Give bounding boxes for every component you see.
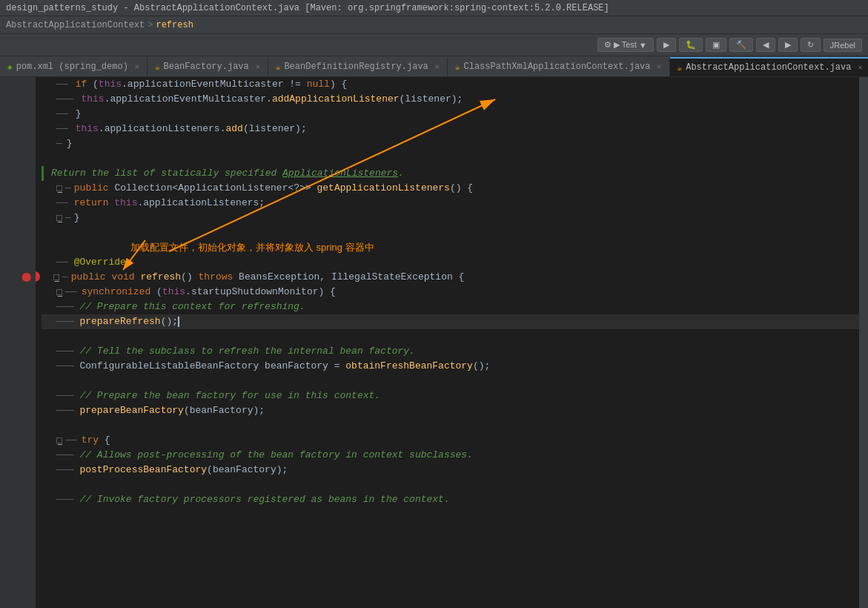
java-icon-2: ☕ (276, 62, 281, 72)
fold-box[interactable]: − (56, 185, 62, 191)
code-line: — } (42, 136, 859, 151)
fold-box[interactable]: − (56, 437, 62, 443)
tab-abstract[interactable]: ☕ AbstractApplicationContext.java ✕ (670, 57, 868, 76)
tab-classpathxml[interactable]: ☕ ClassPathXmlApplicationContext.java ✕ (448, 57, 670, 76)
run-button[interactable]: ⚙ ▶ Test ▼ (597, 38, 654, 52)
code-editor[interactable]: —— if ( this .applicationEventMulticaste… (36, 77, 859, 608)
line-num (0, 77, 31, 92)
main-code-area: ⬤ (0, 77, 868, 608)
tab-classpathxml-label: ClassPathXmlApplicationContext.java (463, 62, 650, 72)
debug-button[interactable]: 🐛 (679, 38, 703, 52)
code-line: ——— this .applicationEventMulticaster. a… (42, 92, 859, 107)
tab-pom-close[interactable]: ✕ (135, 62, 139, 71)
debug-icon: 🐛 (686, 40, 696, 50)
line-num (0, 151, 31, 166)
tab-pom[interactable]: ◈ pom.xml (spring_demo) ✕ (0, 57, 148, 76)
play-button[interactable]: ▶ (657, 38, 676, 52)
build-button[interactable]: 🔨 (729, 38, 753, 52)
code-line: − — public Collection<ApplicationListene… (42, 181, 859, 196)
back-button[interactable]: ◀ (756, 38, 775, 52)
tabs-bar: ◈ pom.xml (spring_demo) ✕ ☕ BeanFactory.… (0, 56, 868, 77)
line-num (0, 107, 31, 122)
fold-box[interactable]: − (53, 274, 59, 280)
coverage-icon: ▣ (712, 40, 720, 50)
tab-beandefinition[interactable]: ☕ BeanDefinitionRegistry.java ✕ (268, 57, 448, 76)
forward-icon: ▶ (785, 40, 791, 50)
line-num (0, 359, 31, 374)
code-line-empty (42, 225, 859, 240)
forward-button[interactable]: ▶ (778, 38, 798, 52)
xml-icon: ◈ (7, 62, 13, 72)
cn-comment-text: 加载配置文件，初始化对象，并将对象放入 spring 容器中 (130, 240, 374, 255)
line-num (0, 492, 31, 507)
code-line: ——— // Tell the subclass to refresh the … (42, 344, 859, 359)
tab-beandefinition-close[interactable]: ✕ (435, 62, 440, 71)
line-num (0, 225, 31, 240)
run-label: ▶ Test (614, 40, 637, 50)
line-num (0, 136, 31, 151)
tab-beandefinition-label: BeanDefinitionRegistry.java (284, 62, 428, 72)
line-num-breakpoint: ⬤ (0, 270, 31, 285)
breadcrumb-bar: AbstractApplicationContext > refresh (0, 16, 868, 34)
jrebel-label: JRebel (830, 41, 855, 50)
fold-box[interactable]: − (56, 289, 62, 295)
code-line-empty (42, 329, 859, 344)
title-bar: design_patterns_study - AbstractApplicat… (0, 0, 868, 16)
line-num (0, 166, 31, 181)
tab-beanfactory-label: BeanFactory.java (164, 62, 249, 72)
code-line: ——— // Prepare this context for refreshi… (42, 300, 859, 314)
code-line: ——— // Allows post-processing of the bea… (42, 448, 859, 463)
coverage-button[interactable]: ▣ (706, 38, 726, 52)
breakpoint-indicator (36, 271, 40, 282)
line-num (0, 92, 31, 107)
code-line: ——— // Invoke factory processors registe… (42, 492, 859, 507)
title-text: design_patterns_study - AbstractApplicat… (6, 3, 609, 13)
line-num (0, 211, 31, 225)
code-line: ——— postProcessBeanFactory (beanFactory)… (42, 463, 859, 478)
reload-icon: ↻ (807, 40, 814, 50)
line-num (0, 240, 31, 255)
tab-abstract-close[interactable]: ✕ (858, 63, 862, 72)
line-num (0, 418, 31, 433)
breadcrumb-separator: > (148, 20, 153, 30)
back-icon: ◀ (763, 40, 769, 50)
jrebel-button[interactable]: JRebel (824, 39, 862, 52)
line-num (0, 389, 31, 403)
code-line: − —— try { (42, 433, 859, 448)
tab-abstract-label: AbstractApplicationContext.java (686, 62, 851, 73)
code-line-cn-comment: 加载配置文件，初始化对象，并将对象放入 spring 容器中 (42, 240, 859, 255)
line-num (0, 463, 31, 478)
line-num (0, 181, 31, 196)
tab-pom-label: pom.xml (spring_demo) (16, 62, 128, 72)
code-line: ——— prepareBeanFactory (beanFactory); (42, 403, 859, 418)
dropdown-arrow-icon: ▼ (639, 41, 647, 50)
code-line: ——— // Prepare the bean factory for use … (42, 389, 859, 403)
code-line-cursor: ——— prepareRefresh (); (42, 314, 859, 329)
code-line-empty (42, 418, 859, 433)
reload-button[interactable]: ↻ (801, 38, 821, 52)
tab-beanfactory-close[interactable]: ✕ (256, 62, 260, 71)
code-line: ——— ConfigurableListableBeanFactory bean… (42, 359, 859, 374)
tab-classpathxml-close[interactable]: ✕ (657, 62, 662, 71)
code-line: —— } (42, 107, 859, 122)
code-line: —— this .applicationListeners. add (list… (42, 122, 859, 136)
line-num (0, 448, 31, 463)
line-number-gutter: ⬤ (0, 77, 36, 608)
code-line: − —— synchronized ( this .startupShutdow… (42, 285, 859, 300)
code-line: − — } (42, 211, 859, 225)
line-num (0, 374, 31, 389)
code-line-empty (42, 374, 859, 389)
line-num (0, 285, 31, 300)
code-line-refresh: − — public void refresh () throws BeansE… (42, 270, 859, 285)
tab-beanfactory[interactable]: ☕ BeanFactory.java ✕ (148, 57, 268, 76)
line-num (0, 122, 31, 136)
line-num (0, 255, 31, 270)
line-num (0, 329, 31, 344)
play-icon: ▶ (663, 40, 669, 50)
code-line-empty (42, 151, 859, 166)
fold-box[interactable]: − (56, 215, 62, 221)
line-num (0, 314, 31, 329)
vertical-scrollbar[interactable] (859, 77, 868, 608)
line-num (0, 403, 31, 418)
line-num (0, 344, 31, 359)
